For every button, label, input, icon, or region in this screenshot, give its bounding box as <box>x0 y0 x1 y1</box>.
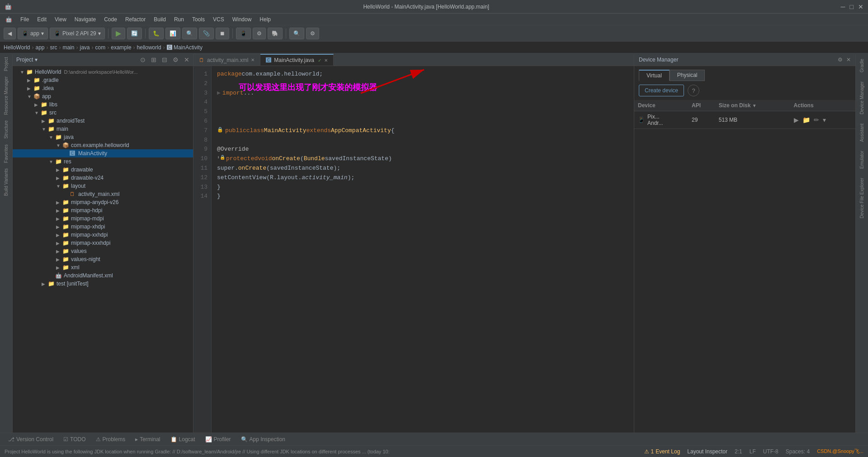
menu-navigate[interactable]: Navigate <box>71 15 99 24</box>
bottom-tab-version-control[interactable]: ⎇ Version Control <box>4 435 58 444</box>
tree-item-values-night[interactable]: ▶ 📁 values-night <box>13 255 193 263</box>
layout-inspector[interactable]: Layout Inspector <box>687 448 727 455</box>
minimize-button[interactable]: ─ <box>841 3 845 10</box>
create-device-button[interactable]: Create device <box>639 85 684 96</box>
tab-close-activity-main-xml[interactable]: ✕ <box>251 57 255 62</box>
device-manager-settings[interactable]: ⚙ <box>838 57 843 63</box>
debug-button[interactable]: 🐛 <box>149 28 164 39</box>
vtab-emulator[interactable]: Emulator <box>859 149 865 171</box>
tree-item-drawable[interactable]: ▶ 📁 drawable <box>13 166 193 174</box>
menu-android[interactable]: 🤖 <box>2 15 16 24</box>
tree-item-drawable-v24[interactable]: ▶ 📁 drawable-v24 <box>13 174 193 182</box>
app-config-dropdown[interactable]: 📱 app ▾ <box>18 28 48 39</box>
tree-item-mipmap-anydpi[interactable]: ▶ 📁 mipmap-anydpi-v26 <box>13 198 193 206</box>
breadcrumb-helloworld[interactable]: HelloWorld <box>4 44 30 51</box>
sidebar-tab-favorites[interactable]: Favorites <box>4 144 9 163</box>
close-button[interactable]: ✕ <box>858 3 863 10</box>
sidebar-tab-resource-manager[interactable]: Resource Manager <box>4 76 9 115</box>
project-expand-btn[interactable]: ⊞ <box>151 56 156 63</box>
tab-mainactivity-java[interactable]: 🅲 MainActivity.java ✓ ✕ <box>260 54 333 66</box>
tree-item-app[interactable]: ▼ 📦 app <box>13 92 193 100</box>
vtab-device-manager[interactable]: Device Manager <box>859 80 865 116</box>
sidebar-tab-build-variants[interactable]: Build Variants <box>4 168 9 196</box>
bottom-tab-todo[interactable]: ☑ TODO <box>59 435 90 444</box>
dm-tab-physical[interactable]: Physical <box>670 70 705 81</box>
device-folder-button[interactable]: 📁 <box>802 116 810 124</box>
breadcrumb-helloworld2[interactable]: helloworld <box>137 44 161 51</box>
tree-item-gradle[interactable]: ▶ 📁 .gradle <box>13 76 193 84</box>
menu-refactor[interactable]: Refactor <box>122 15 149 24</box>
breadcrumb-src[interactable]: src <box>50 44 57 51</box>
tree-item-root[interactable]: ▼ 📁 HelloWorld D:\android workspace\Hell… <box>13 68 193 76</box>
stop-button[interactable]: ⏹ <box>216 28 229 39</box>
dm-tab-virtual[interactable]: Virtual <box>639 70 670 81</box>
bottom-tab-problems[interactable]: ⚠ Problems <box>91 435 130 444</box>
tree-item-mipmap-xhdpi[interactable]: ▶ 📁 mipmap-xhdpi <box>13 223 193 231</box>
tree-item-java[interactable]: ▼ 📁 java <box>13 133 193 141</box>
vtab-gradle[interactable]: Gradle <box>859 57 865 74</box>
sidebar-tab-project[interactable]: Project <box>4 57 9 71</box>
device-run-button[interactable]: ▶ <box>794 116 799 124</box>
bottom-tab-logcat[interactable]: 📋 Logcat <box>166 435 200 444</box>
menu-tools[interactable]: Tools <box>189 15 208 24</box>
device-config-dropdown[interactable]: 📱 Pixel 2 API 29 ▾ <box>50 28 105 39</box>
help-button[interactable]: ? <box>688 85 699 96</box>
project-collapse-btn[interactable]: ⊟ <box>162 56 167 63</box>
tree-item-libs[interactable]: ▶ 📁 libs <box>13 100 193 109</box>
sidebar-tab-structure[interactable]: Structure <box>4 120 9 139</box>
vtab-device-file-explorer[interactable]: Device File Explorer <box>859 176 865 220</box>
avd-button[interactable]: 📱 <box>236 28 251 39</box>
search-button[interactable]: 🔍 <box>289 28 304 39</box>
breadcrumb-app[interactable]: app <box>35 44 44 51</box>
maximize-button[interactable]: □ <box>850 3 854 10</box>
breadcrumb-example[interactable]: example <box>111 44 131 51</box>
breadcrumb-mainactivity[interactable]: 🅲 MainActivity <box>167 44 203 51</box>
vtab-assistant[interactable]: Assistant <box>859 122 865 144</box>
tree-item-src[interactable]: ▼ 📁 src <box>13 109 193 117</box>
attach-button[interactable]: 📎 <box>199 28 214 39</box>
profile-button[interactable]: 📊 <box>165 28 180 39</box>
menu-edit[interactable]: Edit <box>33 15 50 24</box>
tree-item-mipmap-xxhdpi[interactable]: ▶ 📁 mipmap-xxhdpi <box>13 231 193 239</box>
menu-code[interactable]: Code <box>100 15 121 24</box>
menu-window[interactable]: Window <box>229 15 255 24</box>
tree-item-test[interactable]: ▶ 📁 test [unitTest] <box>13 280 193 288</box>
sync-project-button[interactable]: 🐘 <box>268 28 283 39</box>
tab-close-mainactivity-java[interactable]: ✕ <box>324 58 328 63</box>
sdk-button[interactable]: ⚙ <box>253 28 266 39</box>
menu-run[interactable]: Run <box>170 15 188 24</box>
bottom-tab-app-inspection[interactable]: 🔍 App Inspection <box>236 435 290 444</box>
tab-activity-main-xml[interactable]: 🗒 activity_main.xml ✕ <box>193 54 260 66</box>
project-close-btn[interactable]: ✕ <box>184 56 189 63</box>
bottom-tab-terminal[interactable]: ▸ Terminal <box>131 435 165 444</box>
device-manager-close[interactable]: ✕ <box>846 57 851 63</box>
tree-item-res[interactable]: ▼ 📁 res <box>13 157 193 166</box>
tree-item-xml[interactable]: ▶ 📁 xml <box>13 263 193 271</box>
bottom-tab-profiler[interactable]: 📈 Profiler <box>201 435 236 444</box>
tree-item-mipmap-xxxhdpi[interactable]: ▶ 📁 mipmap-xxxhdpi <box>13 239 193 247</box>
tree-item-package[interactable]: ▼ 📦 com.example.helloworld <box>13 141 193 149</box>
menu-vcs[interactable]: VCS <box>209 15 228 24</box>
breadcrumb-main[interactable]: main <box>63 44 75 51</box>
sync-button[interactable]: 🔄 <box>127 28 142 39</box>
breadcrumb-java[interactable]: java <box>80 44 90 51</box>
tree-item-androidmanifest[interactable]: 🤖 AndroidManifest.xml <box>13 271 193 280</box>
tree-item-values[interactable]: ▶ 📁 values <box>13 247 193 255</box>
device-more-button[interactable]: ▾ <box>823 116 826 124</box>
tree-item-main[interactable]: ▼ 📁 main <box>13 125 193 133</box>
code-content[interactable]: package com.example.helloworld; ▶import … <box>212 66 634 433</box>
project-settings-btn[interactable]: ⚙ <box>173 56 179 63</box>
project-scope-btn[interactable]: ⊙ <box>140 56 146 63</box>
device-edit-button[interactable]: ✏ <box>814 116 819 124</box>
tree-item-androidtest[interactable]: ▶ 📁 androidTest <box>13 117 193 125</box>
tree-item-activity-main-xml[interactable]: 🗒 activity_main.xml <box>13 190 193 198</box>
tree-item-layout[interactable]: ▼ 📁 layout <box>13 182 193 190</box>
tree-item-mipmap-hdpi[interactable]: ▶ 📁 mipmap-hdpi <box>13 206 193 214</box>
coverage-button[interactable]: 🔍 <box>182 28 197 39</box>
tree-item-mainactivity[interactable]: 🅲 MainActivity <box>13 149 193 157</box>
back-button[interactable]: ◀ <box>4 28 16 39</box>
tree-item-mipmap-mdpi[interactable]: ▶ 📁 mipmap-mdpi <box>13 214 193 223</box>
menu-view[interactable]: View <box>51 15 70 24</box>
menu-file[interactable]: File <box>17 15 33 24</box>
menu-build[interactable]: Build <box>150 15 170 24</box>
